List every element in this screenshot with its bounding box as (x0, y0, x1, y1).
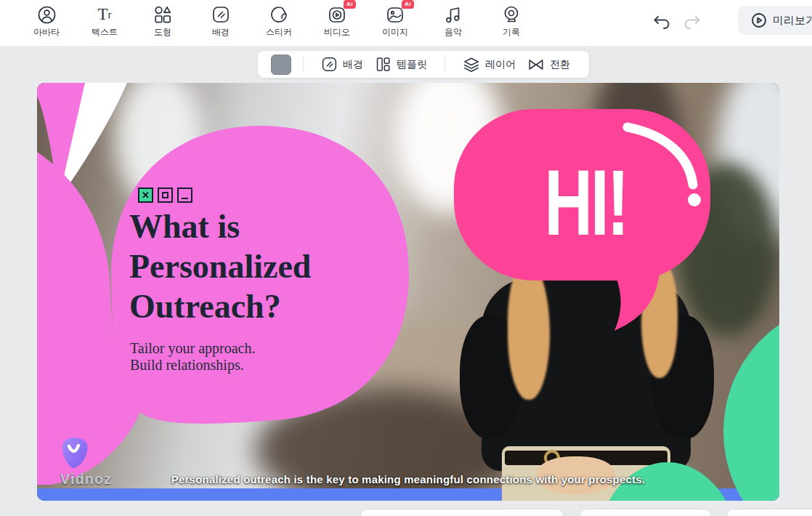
layers-menu-item[interactable]: 레이어 (463, 56, 516, 73)
tool-label: 아바타 (33, 26, 60, 39)
divider (303, 57, 304, 73)
video-icon: AI (327, 4, 347, 25)
tool-music[interactable]: 음악 (433, 4, 474, 42)
scene-card[interactable] (726, 509, 812, 516)
minimize-square-icon (177, 188, 192, 203)
tool-label: 배경 (212, 26, 230, 39)
tool-label: 음악 (444, 26, 462, 39)
green-circle-shape (723, 301, 779, 501)
history-controls (652, 15, 702, 31)
template-menu-label: 템플릿 (397, 58, 427, 71)
tool-image[interactable]: AI 이미지 (375, 4, 415, 42)
tool-label: 기록 (503, 26, 520, 39)
tool-record[interactable]: 기록 (491, 4, 532, 42)
transition-menu-label: 전환 (550, 58, 570, 71)
tool-label: 텍스트 (92, 26, 118, 39)
music-icon (443, 4, 463, 25)
text-icon: Tr (94, 4, 115, 25)
avatar-icon (36, 4, 57, 25)
tool-label: 도형 (154, 26, 171, 39)
slide-subtitle[interactable]: Tailor your approach. Build relationship… (130, 340, 255, 374)
tool-label: 이미지 (382, 26, 408, 39)
scene-card[interactable] (360, 509, 564, 516)
divider (444, 57, 445, 73)
transition-menu-item[interactable]: 전환 (527, 56, 570, 73)
title-line: What is (129, 206, 311, 246)
color-swatch[interactable] (271, 55, 291, 75)
scene-card[interactable] (580, 509, 711, 516)
transition-icon (527, 56, 545, 73)
video-canvas[interactable]: ✕ What is Personalized Outreach? Tailor … (37, 83, 779, 501)
context-toolbar: 배경 템플릿 레이어 전환 (258, 51, 589, 78)
close-square-icon: ✕ (138, 188, 153, 203)
hi-bubble-text[interactable]: HI! (529, 156, 642, 250)
shapes-icon (153, 4, 173, 25)
subtitle-line: Tailor your approach. (130, 340, 255, 357)
tool-avatar[interactable]: 아바타 (26, 4, 67, 42)
undo-button[interactable] (652, 15, 671, 31)
tool-sticker[interactable]: 스티커 (259, 4, 299, 42)
image-icon: AI (385, 4, 405, 25)
tool-label: 비디오 (324, 26, 350, 39)
title-line: Outreach? (129, 286, 311, 326)
subtitle-line: Build relationships. (130, 357, 255, 374)
app-root: { "toolbar": { "items": [ { "label": "아바… (0, 0, 812, 516)
preview-play-icon (751, 12, 767, 28)
preview-label: 미리보기 (773, 14, 812, 28)
slide-title[interactable]: What is Personalized Outreach? (129, 206, 311, 326)
template-menu-item[interactable]: 템플릿 (375, 56, 427, 73)
background-icon (321, 56, 338, 73)
layers-icon (463, 56, 480, 73)
record-icon (501, 4, 521, 25)
redo-button[interactable] (683, 15, 702, 31)
vidnoz-logo-icon (59, 435, 91, 469)
tool-background[interactable]: 배경 (200, 4, 241, 42)
ai-badge: AI (344, 0, 356, 9)
window-control-icons: ✕ (138, 188, 192, 203)
title-line: Personalized (129, 246, 311, 286)
layers-menu-label: 레이어 (485, 58, 516, 71)
tool-video[interactable]: AI 비디오 (317, 4, 357, 42)
ai-badge: AI (402, 0, 414, 9)
background-menu-item[interactable]: 배경 (321, 56, 363, 73)
sticker-icon (269, 4, 289, 25)
tool-shapes[interactable]: 도형 (142, 4, 183, 42)
tool-text[interactable]: Tr 텍스트 (84, 4, 125, 42)
template-icon (375, 56, 391, 73)
top-toolbar: 아바타 Tr 텍스트 도형 배경 스티커 A (0, 0, 812, 46)
caption-text[interactable]: Personalized outreach is the key to maki… (37, 473, 779, 485)
preview-button[interactable]: 미리보기 (738, 6, 812, 35)
tool-label: 스티커 (266, 26, 292, 39)
white-dot-shape (688, 193, 701, 206)
background-menu-label: 배경 (343, 58, 363, 71)
maximize-square-icon (158, 188, 173, 203)
background-icon (211, 4, 231, 25)
tool-list: 아바타 Tr 텍스트 도형 배경 스티커 A (26, 4, 532, 42)
